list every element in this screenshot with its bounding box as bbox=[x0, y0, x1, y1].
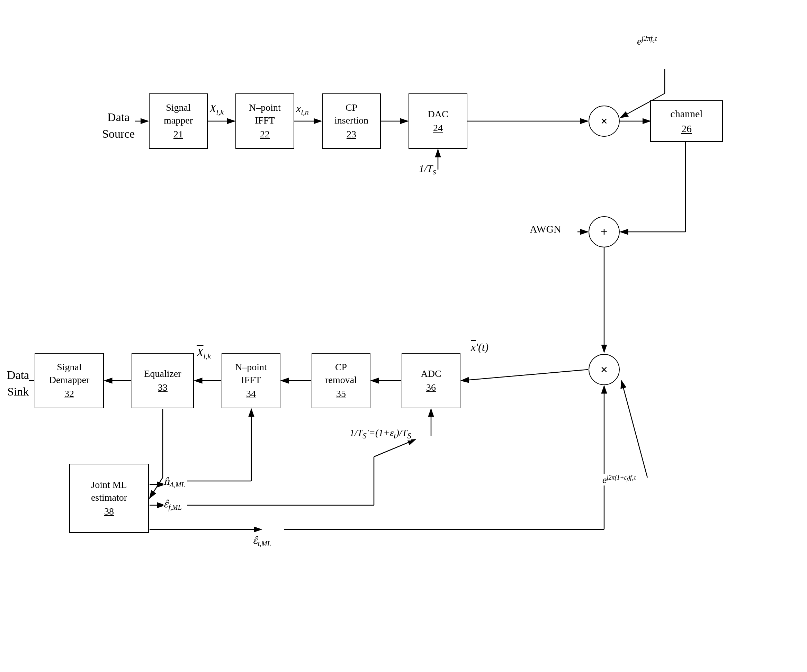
awgn-label: AWGN bbox=[530, 223, 561, 235]
multiply-circle-rx: × bbox=[589, 354, 620, 385]
svg-line-32 bbox=[374, 439, 415, 457]
block-dac: DAC 24 bbox=[408, 93, 467, 149]
x-ln-label: xl,n bbox=[296, 102, 309, 117]
block-signal-mapper: Signalmapper 21 bbox=[149, 93, 208, 149]
cp-removal-number: 35 bbox=[336, 387, 346, 400]
block-npoint-ifft-tx: N–pointIFFT 22 bbox=[236, 93, 294, 149]
sampling-rx-label: 1/TS'=(1+εt)/TS bbox=[350, 427, 411, 440]
one-over-ts-label: 1/Ts bbox=[419, 163, 436, 177]
block-signal-demapper: SignalDemapper 32 bbox=[35, 353, 104, 408]
block-cp-insertion: CPinsertion 23 bbox=[322, 93, 381, 149]
block-adc: ADC 36 bbox=[402, 353, 460, 408]
block-cp-removal: CPremoval 35 bbox=[312, 353, 370, 408]
svg-line-16 bbox=[461, 369, 588, 381]
svg-line-24 bbox=[149, 478, 163, 498]
npoint-ifft-rx-number: 34 bbox=[246, 387, 256, 400]
signal-mapper-label: Signalmapper bbox=[164, 101, 193, 127]
equalizer-label: Equalizer bbox=[144, 367, 181, 380]
cp-removal-label: CPremoval bbox=[325, 361, 357, 386]
npoint-ifft-tx-label: N–pointIFFT bbox=[249, 101, 281, 127]
block-npoint-ifft-rx: N–pointIFFT 34 bbox=[222, 353, 281, 408]
multiply-symbol-tx: × bbox=[601, 114, 608, 128]
multiply-symbol-rx: × bbox=[601, 362, 608, 377]
cp-insertion-label: CPinsertion bbox=[334, 101, 369, 127]
x-tilde-prime-t-label: x'(t) bbox=[471, 341, 488, 354]
dac-label: DAC bbox=[428, 108, 448, 121]
multiply-circle-tx: × bbox=[589, 106, 620, 137]
add-circle-awgn: + bbox=[589, 216, 620, 247]
cp-insertion-number: 23 bbox=[347, 128, 356, 141]
exp-tx-label: ej2πfct bbox=[637, 35, 657, 47]
joint-ml-label: Joint MLestimator bbox=[91, 478, 127, 504]
adc-number: 36 bbox=[426, 381, 436, 394]
n-hat-delta-ml-label: n̂Δ,ML bbox=[163, 476, 185, 489]
equalizer-number: 33 bbox=[158, 381, 168, 394]
joint-ml-number: 38 bbox=[104, 505, 114, 518]
signal-demapper-label: SignalDemapper bbox=[49, 361, 90, 386]
block-channel: channel 26 bbox=[650, 100, 723, 142]
svg-line-15 bbox=[621, 381, 648, 478]
channel-number: 26 bbox=[681, 122, 692, 135]
data-sink-label: DataSink bbox=[7, 367, 29, 400]
dac-number: 24 bbox=[433, 122, 443, 134]
block-joint-ml: Joint MLestimator 38 bbox=[69, 464, 149, 533]
data-source-label: DataSource bbox=[102, 109, 134, 142]
x-tilde-lk-label: Xl,k bbox=[197, 346, 211, 361]
channel-label: channel bbox=[670, 107, 702, 121]
add-symbol: + bbox=[601, 225, 608, 239]
eps-hat-t-ml-label: ε̂t,ML bbox=[253, 535, 271, 548]
signal-mapper-number: 21 bbox=[173, 128, 183, 141]
exp-rx-label: ej2π(1+εf)fct bbox=[603, 474, 636, 485]
x-lk-tx-label: Xl,k bbox=[209, 102, 224, 117]
adc-label: ADC bbox=[421, 367, 441, 380]
npoint-ifft-rx-label: N–pointIFFT bbox=[235, 361, 267, 386]
npoint-ifft-tx-number: 22 bbox=[260, 128, 270, 141]
block-equalizer: Equalizer 33 bbox=[131, 353, 194, 408]
eps-hat-f-ml-label: ε̂f,ML bbox=[163, 498, 182, 511]
diagram-container: DataSource Signalmapper 21 N–pointIFFT 2… bbox=[0, 0, 807, 672]
signal-demapper-number: 32 bbox=[65, 387, 74, 400]
